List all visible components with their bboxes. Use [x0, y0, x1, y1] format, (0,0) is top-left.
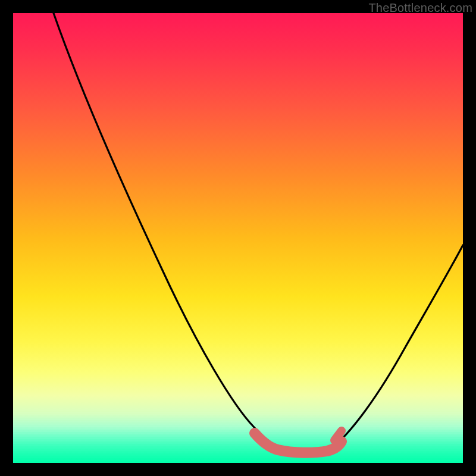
valley-marker-right-tick — [334, 431, 342, 440]
curve-right-branch — [337, 245, 463, 444]
plot-area — [13, 13, 463, 463]
chart-stage: TheBottleneck.com — [0, 0, 476, 476]
watermark-text: TheBottleneck.com — [368, 1, 472, 15]
valley-marker-band — [255, 433, 342, 453]
curve-left-branch — [54, 13, 275, 445]
curve-layer — [13, 13, 463, 463]
